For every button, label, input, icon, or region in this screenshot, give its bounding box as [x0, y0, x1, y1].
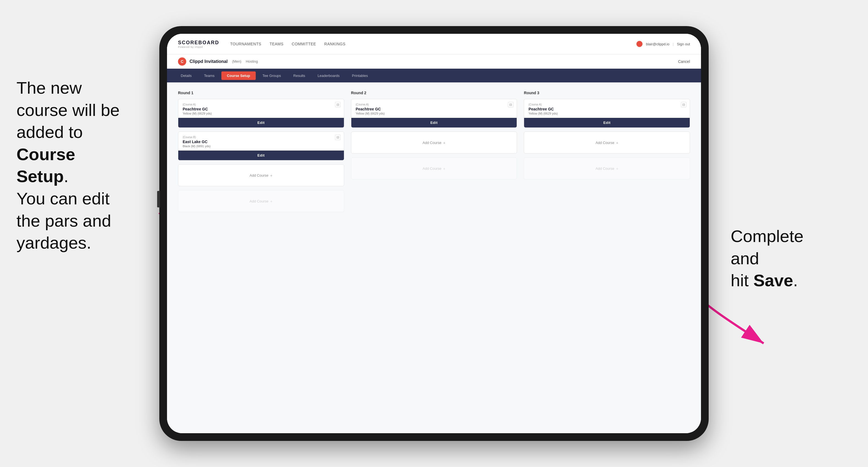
round-2-add-plus: + [443, 141, 445, 145]
round-2-course-a-header: (Course A) Peachtree GC Yellow (M) (6629… [351, 99, 517, 118]
left-annotation: The new course will be added to Course S… [17, 77, 132, 254]
add-course-label-2: Add Course [250, 199, 269, 203]
user-avatar [637, 41, 643, 47]
round-3-column: Round 3 (Course A) Peachtree GC Yellow (… [524, 91, 690, 216]
round-2-add-label-2: Add Course [423, 166, 441, 170]
round-2-column: Round 2 (Course A) Peachtree GC Yellow (… [351, 91, 517, 216]
delete-icon-r2: ⊟ [509, 103, 512, 106]
round-1-course-a-edit[interactable]: Edit [178, 118, 344, 127]
add-course-label: Add Course [250, 173, 269, 178]
nav-teams[interactable]: TEAMS [270, 42, 283, 46]
main-content: Round 1 (Course A) Peachtree GC Yellow (… [167, 83, 701, 433]
round-1-course-a-header: (Course A) Peachtree GC Yellow (M) (6629… [178, 99, 344, 118]
top-nav: SCOREBOARD Powered by clippd TOURNAMENTS… [167, 34, 701, 54]
tab-tee-groups[interactable]: Tee Groups [257, 71, 286, 80]
add-plus-icon: + [270, 173, 273, 178]
round-2-add-label: Add Course [423, 141, 441, 145]
round-3-add-course[interactable]: Add Course + [524, 132, 690, 154]
tablet-side-button [157, 191, 160, 208]
app-container: SCOREBOARD Powered by clippd TOURNAMENTS… [167, 34, 701, 433]
round-2-header: Round 2 [351, 91, 517, 95]
round-2-course-a-label: (Course A) [356, 103, 513, 106]
round-3-course-a-card: (Course A) Peachtree GC Yellow (M) (6629… [524, 99, 690, 128]
tournament-hosting: Hosting [246, 59, 258, 63]
round-1-course-b-edit[interactable]: Edit [178, 151, 344, 160]
round-1-course-a-details: Yellow (M) (6629 yds) [183, 112, 340, 115]
delete-icon-r3: ⊟ [682, 103, 685, 106]
tab-teams[interactable]: Teams [198, 71, 220, 80]
round-1-add-course-disabled: Add Course + [178, 190, 344, 212]
round-3-course-a-name: Peachtree GC [528, 107, 685, 111]
tournament-division: (Men) [232, 59, 242, 63]
cancel-button[interactable]: Cancel [678, 59, 690, 64]
sub-tabs: Details Teams Course Setup Tee Groups Re… [167, 69, 701, 83]
round-3-course-a-delete[interactable]: ⊟ [681, 102, 686, 107]
round-1-course-a-card: (Course A) Peachtree GC Yellow (M) (6629… [178, 99, 344, 128]
tab-course-setup[interactable]: Course Setup [221, 71, 256, 80]
round-3-course-a-header: (Course A) Peachtree GC Yellow (M) (6629… [524, 99, 690, 118]
brand-sub: Powered by clippd [178, 45, 219, 48]
round-2-add-course-text: Add Course + [423, 141, 445, 145]
round-2-course-a-delete[interactable]: ⊟ [508, 102, 514, 107]
tournament-logo-letter: C [181, 59, 184, 64]
round-2-course-a-edit[interactable]: Edit [351, 118, 517, 127]
round-2-add-course[interactable]: Add Course + [351, 132, 517, 154]
round-1-course-b-card: (Course B) East Lake GC Black (M) (6891 … [178, 132, 344, 160]
round-2-course-a-details: Yellow (M) (6629 yds) [356, 112, 513, 115]
tab-results[interactable]: Results [288, 71, 311, 80]
nav-tournaments[interactable]: TOURNAMENTS [230, 42, 261, 46]
rounds-grid: Round 1 (Course A) Peachtree GC Yellow (… [178, 91, 690, 216]
nav-divider: | [673, 42, 674, 46]
sign-out-link[interactable]: Sign out [677, 42, 690, 46]
tab-printables[interactable]: Printables [346, 71, 373, 80]
nav-links: TOURNAMENTS TEAMS COMMITTEE RANKINGS [230, 42, 346, 46]
round-1-course-b-delete[interactable]: ⊟ [335, 134, 341, 140]
tournament-name: Clippd Invitational [189, 59, 228, 64]
tournament-left: C Clippd Invitational (Men) Hosting [178, 57, 258, 66]
nav-rankings[interactable]: RANKINGS [324, 42, 346, 46]
round-3-add-label: Add Course [595, 141, 615, 145]
round-2-course-a-name: Peachtree GC [356, 107, 513, 111]
round-3-course-a-edit[interactable]: Edit [524, 118, 690, 127]
round-3-add-plus: + [616, 141, 619, 145]
right-annotation: Complete and hit Save. [731, 225, 835, 292]
delete-icon-b: ⊟ [337, 136, 339, 139]
round-1-header: Round 1 [178, 91, 344, 95]
tournament-logo: C [178, 57, 186, 66]
round-3-add-course-disabled: Add Course + [524, 157, 690, 179]
round-2-add-course-text-2: Add Course + [423, 166, 445, 171]
user-email: blair@clippd.io [646, 42, 669, 46]
brand: SCOREBOARD Powered by clippd [178, 40, 219, 48]
tournament-bar: C Clippd Invitational (Men) Hosting Canc… [167, 54, 701, 69]
round-3-course-a-label: (Course A) [528, 103, 685, 106]
round-3-add-course-text-2: Add Course + [595, 166, 618, 171]
round-1-column: Round 1 (Course A) Peachtree GC Yellow (… [178, 91, 344, 216]
round-3-header: Round 3 [524, 91, 690, 95]
nav-committee[interactable]: COMMITTEE [292, 42, 316, 46]
tablet-device: SCOREBOARD Powered by clippd TOURNAMENTS… [159, 26, 709, 441]
round-1-course-b-label: (Course B) [183, 136, 340, 139]
nav-right: blair@clippd.io | Sign out [637, 41, 690, 47]
round-2-course-a-card: (Course A) Peachtree GC Yellow (M) (6629… [351, 99, 517, 128]
round-3-course-a-details: Yellow (M) (6629 yds) [528, 112, 685, 115]
round-3-add-plus-2: + [616, 166, 619, 171]
round-1-add-course[interactable]: Add Course + [178, 164, 344, 186]
tab-details[interactable]: Details [175, 71, 197, 80]
round-2-add-course-disabled: Add Course + [351, 157, 517, 179]
round-1-add-course-text-2: Add Course + [250, 199, 273, 204]
round-3-add-course-text: Add Course + [595, 141, 618, 145]
tablet-screen: SCOREBOARD Powered by clippd TOURNAMENTS… [167, 34, 701, 433]
round-1-add-course-text: Add Course + [250, 173, 273, 178]
round-1-course-b-header: (Course B) East Lake GC Black (M) (6891 … [178, 132, 344, 151]
tab-leaderboards[interactable]: Leaderboards [312, 71, 345, 80]
round-2-add-plus-2: + [443, 166, 445, 171]
round-3-add-label-2: Add Course [595, 166, 615, 170]
round-1-course-a-delete[interactable]: ⊟ [335, 102, 341, 107]
add-plus-icon-2: + [270, 199, 273, 204]
round-1-course-b-details: Black (M) (6891 yds) [183, 145, 340, 148]
round-1-course-a-name: Peachtree GC [183, 107, 340, 111]
nav-left: SCOREBOARD Powered by clippd TOURNAMENTS… [178, 40, 346, 48]
round-1-course-b-name: East Lake GC [183, 139, 340, 144]
brand-name: SCOREBOARD [178, 40, 219, 45]
round-1-course-a-label: (Course A) [183, 103, 340, 106]
